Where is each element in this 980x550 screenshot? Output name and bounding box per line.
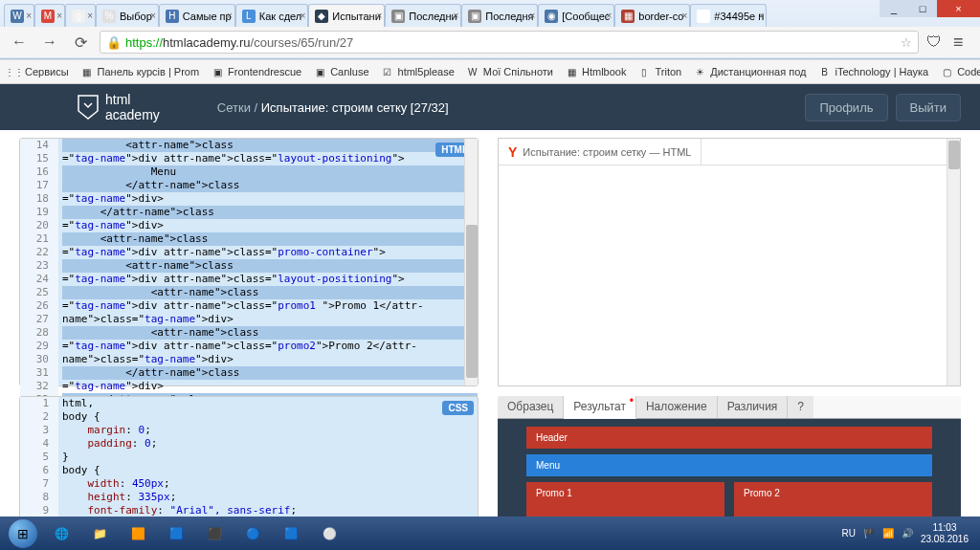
bookmark-item-4[interactable]: ☑html5please bbox=[381, 65, 455, 78]
browser-tab-7[interactable]: ▣Последни× bbox=[385, 4, 461, 27]
tab-close-icon[interactable]: × bbox=[759, 11, 765, 21]
taskbar-yandex[interactable]: ⚪ bbox=[310, 519, 348, 535]
bookmark-item-7[interactable]: ▯Triton bbox=[637, 65, 681, 78]
nav-bar: ← → ⟳ 🔒 https://htmlacademy.ru/courses/6… bbox=[0, 27, 980, 57]
preview-tab[interactable]: Y Испытание: строим сетку — HTML bbox=[499, 139, 702, 165]
window-close-button[interactable]: × bbox=[937, 0, 980, 17]
preview-header-box: Header bbox=[526, 427, 932, 449]
chrome-menu-icon[interactable]: ≡ bbox=[953, 33, 972, 53]
bookmark-item-10[interactable]: ▢Codecademy bbox=[940, 65, 980, 78]
taskbar-app1[interactable]: 🟧 bbox=[119, 519, 157, 535]
tab-overlay[interactable]: Наложение bbox=[636, 396, 718, 418]
tray-volume-icon[interactable]: 🔊 bbox=[902, 528, 913, 534]
htmlacademy-logo[interactable]: html academy bbox=[77, 92, 160, 122]
browser-tab-8[interactable]: ▣Последня× bbox=[461, 4, 538, 27]
taskbar-ie[interactable]: 🌐 bbox=[42, 519, 80, 535]
bookmark-item-8[interactable]: ☀Дистанционная под bbox=[693, 65, 806, 78]
bookmark-favicon-icon: ☀ bbox=[693, 65, 706, 78]
tab-close-icon[interactable]: × bbox=[606, 11, 612, 21]
bookmark-item-5[interactable]: WМої Спільноти bbox=[466, 65, 553, 78]
back-button[interactable]: ← bbox=[8, 31, 31, 54]
browser-tab-10[interactable]: ▦border-co× bbox=[614, 4, 690, 27]
taskbar-chrome[interactable]: 🔵 bbox=[234, 519, 272, 535]
bookmark-label: Codecademy bbox=[957, 66, 980, 77]
css-editor[interactable]: CSS 12345678910111213 html,body { margin… bbox=[19, 396, 479, 525]
profile-button[interactable]: Профиль bbox=[805, 94, 887, 121]
tab-close-icon[interactable]: × bbox=[26, 11, 32, 21]
browser-tab-2[interactable]: g× bbox=[65, 4, 96, 27]
tab-close-icon[interactable]: × bbox=[56, 11, 62, 21]
tab-close-icon[interactable]: × bbox=[529, 11, 535, 21]
browser-tab-1[interactable]: M× bbox=[34, 4, 65, 27]
browser-tab-11[interactable]: ○#34495e н× bbox=[690, 4, 767, 27]
bookmark-item-9[interactable]: BiTechnology | Наука bbox=[817, 65, 928, 78]
preview-menu-box: Menu bbox=[526, 454, 932, 476]
taskbar-explorer[interactable]: 📁 bbox=[80, 519, 119, 535]
tab-close-icon[interactable]: × bbox=[227, 11, 233, 21]
preview-scrollbar[interactable] bbox=[947, 139, 960, 385]
start-button[interactable]: ⊞ bbox=[4, 517, 42, 534]
bookmark-item-0[interactable]: ⋮⋮Сервисы bbox=[8, 65, 69, 78]
bookmark-item-2[interactable]: ▣Frontendrescue bbox=[211, 65, 301, 78]
tray-lang[interactable]: RU bbox=[841, 528, 855, 534]
window-minimize-button[interactable]: _ bbox=[880, 0, 908, 17]
bookmark-favicon-icon: ▢ bbox=[940, 65, 953, 78]
tab-close-icon[interactable]: × bbox=[682, 11, 688, 21]
taskbar-photoshop[interactable]: 🟦 bbox=[272, 519, 310, 535]
tab-close-icon[interactable]: × bbox=[376, 11, 382, 21]
forward-button[interactable]: → bbox=[38, 31, 61, 54]
logout-button[interactable]: Выйти bbox=[896, 94, 962, 121]
bookmark-label: Frontendrescue bbox=[228, 66, 301, 77]
tab-result[interactable]: Результат bbox=[564, 396, 636, 419]
reload-button[interactable]: ⟳ bbox=[69, 31, 92, 54]
browser-tab-9[interactable]: ◉[Сообщес× bbox=[538, 4, 614, 27]
url-path: /courses/65/run/27 bbox=[251, 35, 354, 50]
tray-clock[interactable]: 11:03 23.08.2016 bbox=[921, 522, 969, 535]
bookmark-item-1[interactable]: ▦Панель курсів | Prom bbox=[80, 65, 200, 78]
html-editor[interactable]: HTML 14151617181920212223242526272829303… bbox=[19, 138, 479, 386]
html-scrollbar[interactable] bbox=[464, 139, 478, 385]
tab-diff[interactable]: Различия bbox=[718, 396, 789, 418]
logo-shield-icon bbox=[77, 94, 100, 121]
browser-chrome: W×M×g×%Выбор×HСамые пр×LКак сдел×◆Испыта… bbox=[0, 0, 980, 59]
browser-tab-6[interactable]: ◆Испытани× bbox=[308, 4, 385, 27]
taskbar-app2[interactable]: 🟦 bbox=[157, 519, 195, 535]
bookmark-item-3[interactable]: ▣Canluse bbox=[313, 65, 368, 78]
window-maximize-button[interactable]: □ bbox=[908, 0, 937, 17]
tab-close-icon[interactable]: × bbox=[453, 11, 458, 21]
url-protocol: https:// bbox=[125, 35, 163, 50]
bookmark-favicon-icon: B bbox=[817, 65, 831, 78]
bookmark-item-6[interactable]: ▦Htmlbook bbox=[565, 65, 626, 78]
tab-favicon-icon: W bbox=[11, 10, 24, 23]
browser-tab-3[interactable]: %Выбор× bbox=[96, 4, 159, 27]
tab-label: Испытани bbox=[332, 11, 381, 22]
logo-text-2: academy bbox=[105, 107, 160, 122]
tab-help[interactable]: ? bbox=[788, 396, 813, 418]
browser-tab-0[interactable]: W× bbox=[4, 4, 34, 27]
preview-box: Y Испытание: строим сетку — HTML bbox=[498, 138, 961, 386]
tray-network-icon[interactable]: 📶 bbox=[882, 528, 894, 534]
shield-icon[interactable]: 🛡 bbox=[926, 33, 946, 51]
bookmark-star-icon[interactable]: ☆ bbox=[901, 35, 912, 50]
preview-tab-title: Испытание: строим сетку — HTML bbox=[523, 146, 691, 158]
result-tabs: Образец Результат Наложение Различия ? bbox=[498, 396, 961, 419]
bookmark-label: Canluse bbox=[330, 66, 368, 77]
browser-tab-5[interactable]: LКак сдел× bbox=[235, 4, 308, 27]
tray-flag-icon[interactable]: 🏴 bbox=[863, 528, 875, 534]
bookmark-favicon-icon: ▯ bbox=[637, 65, 651, 78]
tab-close-icon[interactable]: × bbox=[150, 11, 156, 21]
taskbar-brackets[interactable]: ⬛ bbox=[195, 519, 234, 535]
css-code[interactable]: html,body { margin: 0; padding: 0;}body … bbox=[58, 397, 478, 534]
left-panel: HTML 14151617181920212223242526272829303… bbox=[19, 138, 479, 534]
bookmark-label: Htmlbook bbox=[582, 66, 626, 77]
url-bar[interactable]: 🔒 https://htmlacademy.ru/courses/65/run/… bbox=[100, 31, 919, 54]
tab-sample[interactable]: Образец bbox=[498, 396, 564, 418]
breadcrumb-root[interactable]: Сетки bbox=[217, 100, 251, 115]
tab-close-icon[interactable]: × bbox=[87, 11, 93, 21]
tab-favicon-icon: H bbox=[166, 10, 179, 23]
tab-label: [Сообщес bbox=[562, 11, 610, 22]
tab-close-icon[interactable]: × bbox=[300, 11, 305, 21]
css-gutter: 12345678910111213 bbox=[20, 397, 58, 534]
browser-tab-4[interactable]: HСамые пр× bbox=[159, 4, 235, 27]
tab-label: border-co bbox=[638, 11, 683, 22]
